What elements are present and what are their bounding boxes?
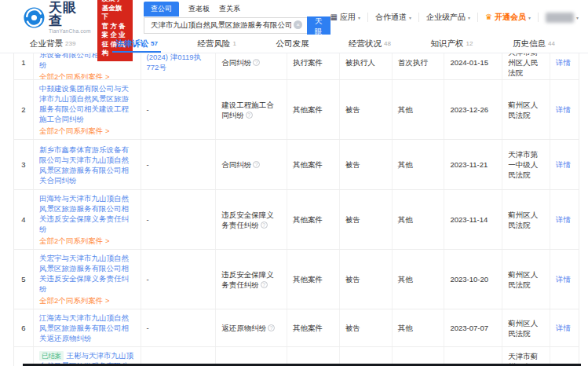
court-name: 天津市第一中级人民法院 (508, 149, 544, 180)
case-title-link[interactable]: 江海涛与天津市九山顶自然风景区旅游服务有限公司相关返还原物纠纷 (39, 313, 129, 342)
case-title-cell: 田海玲与天津市九山顶自然风景区旅游服务有限公司相关违反安全保障义务责任纠纷全部2… (34, 190, 141, 249)
court-cell: 蓟州区人民法院 (502, 250, 550, 309)
action-cell: 详情 (550, 309, 579, 346)
tab-企业背景[interactable]: 企业背景239 (27, 35, 79, 53)
chevron-down-icon: ▾ (576, 15, 579, 20)
party-role: 被执行人 (345, 57, 386, 68)
status-badge: 已结案 (39, 351, 64, 361)
nav-item-开通会员[interactable]: ♛开通会员▾ (485, 12, 531, 23)
tab-经营风险[interactable]: 经营风险1 (194, 35, 239, 53)
user-menu[interactable]: ▾ (546, 13, 579, 23)
case-title: 田海玲与天津市九山顶自然风景区旅游服务有限公司相关违反安全保障义务责任纠纷 (39, 193, 135, 234)
detail-link[interactable]: 详情 (556, 159, 573, 170)
help-icon[interactable]: ? (261, 281, 268, 288)
search-tab-3[interactable]: 查关系 (219, 2, 240, 16)
court-name: 蓟州区人民法院 (508, 269, 544, 290)
case-number-link[interactable]: (2024) 津0119执772号 (147, 53, 210, 72)
case-title: 江海涛与天津市九山顶自然风景区旅游服务有限公司相关返还原物纠纷 (39, 313, 135, 343)
clear-search-icon[interactable]: × (294, 20, 302, 29)
party-role-cell: 被告 (340, 80, 393, 139)
series-cases-link[interactable]: 全部2个同系列案件 > (39, 236, 135, 246)
case-type-cell: 其他案件 (287, 80, 340, 139)
case-type-cell: 其他案件 (287, 140, 340, 189)
detail-link[interactable]: 详情 (556, 323, 573, 333)
search-input[interactable] (144, 17, 307, 34)
procedure-cell: 其他 (393, 309, 445, 346)
action-cell: 详情 (550, 190, 579, 249)
top-header: 天眼查 TianYanCha.com 国家中小企业发展子基金旗下 官方备案企业征… (0, 0, 588, 35)
tab-label: 知识产权 (431, 38, 464, 49)
search-button[interactable]: 天眼一下 (307, 16, 331, 35)
party-role-cell: 被执行人 (340, 53, 393, 80)
nav-separator (367, 13, 368, 22)
help-icon[interactable]: ? (253, 59, 260, 66)
action-cell: 详情 (550, 80, 579, 139)
court-cell: 天津市第一中级人民法院 (502, 140, 550, 189)
detail-link[interactable]: 详情 (556, 104, 573, 115)
case-title-link[interactable]: 新乡市鑫泰体育游乐设备有限公司与天津市九山顶自然风景区旅游服务有限公司相关合同纠… (39, 145, 129, 185)
help-icon[interactable]: ? (268, 324, 275, 331)
nav-item-应用[interactable]: ▦应用▾ (331, 12, 360, 23)
party-role-text: 被告 (345, 215, 360, 224)
series-cases-link[interactable]: 全部2个同系列案件 > (39, 71, 135, 80)
party-role-cell: 被告 (340, 140, 393, 189)
help-icon[interactable]: ? (253, 161, 260, 168)
action-cell: 详情 (550, 53, 579, 80)
nav-item-企业级产品[interactable]: 企业级产品▾ (426, 12, 470, 23)
court-name: 蓟州区人民法院 (508, 210, 544, 230)
table-row: 6江海涛与天津市九山顶自然风景区旅游服务有限公司相关返还原物纠纷-返还原物纠纷?… (14, 309, 579, 347)
case-title-link[interactable]: 田海玲与天津市九山顶自然风景区旅游服务有限公司相关违反安全保障义务责任纠纷 (39, 194, 129, 233)
series-cases-link[interactable]: 全部2个同系列案件 > (39, 126, 135, 136)
party-role: 被告 (345, 214, 386, 225)
series-cases-link[interactable]: 全部2个同系列案件 > (39, 295, 135, 306)
tab-知识产权[interactable]: 知识产权12 (428, 35, 477, 53)
detail-link[interactable]: 详情 (556, 57, 573, 68)
action-cell: 详情 (550, 250, 579, 309)
tab-label: 法律诉讼 (115, 38, 148, 49)
tab-法律诉讼[interactable]: 法律诉讼57 (112, 35, 161, 53)
case-number-cell: - (141, 250, 217, 309)
case-number: - (147, 323, 210, 333)
cause-text: 合同纠纷 (221, 160, 251, 169)
table-row: 2中颢建设集团有限公司与天津市九山顶自然风景区旅游服务有限公司相关建设工程施工合… (14, 80, 579, 140)
case-title: 新乡市鑫泰体育游乐设备有限公司与天津市九山顶自然风景区旅游服务有限公司相关合同纠… (39, 145, 135, 185)
tab-公司发展[interactable]: 公司发展 (273, 35, 312, 53)
company-section-tabs: 企业背景239法律诉讼57经营风险1公司发展经营状况48知识产权12历史信息44 (0, 35, 588, 53)
table-row: 5关宏宇与天津市九山顶自然风景区旅游服务有限公司相关违反安全保障义务责任纠纷全部… (14, 250, 579, 309)
case-title-link[interactable]: 关宏宇与天津市九山顶自然风景区旅游服务有限公司相关违反安全保障义务责任纠纷 (39, 254, 129, 293)
case-title-cell: 新乡市鑫泰体育游乐设备有限公司与天津市九山顶自然风景区旅游服务有限公司相关合同纠… (34, 140, 141, 189)
filing-date-cell: 2023-10-20 (444, 250, 502, 309)
cause-cell: 违反安全保障义务责任纠纷? (216, 190, 287, 249)
gov-badge-line1: 国家中小企业发展子基金旗下 (102, 0, 128, 22)
cause-cell: 违反安全保障义务责任纠纷? (216, 250, 287, 309)
cause-of-action: 违反安全保障义务责任纠纷? (221, 210, 281, 230)
help-icon[interactable]: ? (246, 112, 253, 119)
tab-count: 57 (151, 40, 158, 47)
case-number: - (147, 104, 210, 115)
tab-经营状况[interactable]: 经营状况48 (345, 35, 394, 53)
tab-历史信息[interactable]: 历史信息44 (509, 35, 558, 53)
cause-of-action: 建设工程施工合同纠纷? (221, 100, 281, 120)
row-number: 2 (14, 80, 34, 139)
help-icon[interactable]: ? (261, 221, 268, 229)
row-number: 1 (14, 53, 34, 80)
court-name: 蓟州区人民法院 (508, 100, 544, 120)
party-role-text: 被告 (345, 324, 360, 332)
case-number: - (147, 159, 210, 170)
nav-item-合作通道[interactable]: 合作通道▾ (375, 12, 411, 23)
cause-of-action: 违反安全保障义务责任纠纷? (221, 269, 281, 290)
row-number: 5 (14, 250, 34, 309)
court-name: 蓟州区人民法院 (508, 318, 544, 339)
nav-item-label: 应用 (340, 12, 356, 23)
party-role: 被告 (345, 104, 386, 115)
case-number: - (147, 274, 210, 284)
party-role-text: 被告 (345, 105, 360, 114)
search-tab-2[interactable]: 查老板 (188, 2, 210, 16)
case-title-link[interactable]: 中颢建设集团有限公司与天津市九山顶自然风景区旅游服务有限公司相关建设工程施工合同… (39, 84, 129, 123)
search-tab-1[interactable]: 查公司 (144, 2, 179, 16)
detail-link[interactable]: 详情 (556, 274, 573, 284)
detail-link[interactable]: 详情 (556, 214, 573, 225)
tianyancha-logo[interactable]: 天眼查 TianYanCha.com (24, 1, 91, 35)
party-role-text: 被执行人 (345, 58, 375, 67)
cause-cell: 建设工程施工合同纠纷? (216, 80, 287, 139)
